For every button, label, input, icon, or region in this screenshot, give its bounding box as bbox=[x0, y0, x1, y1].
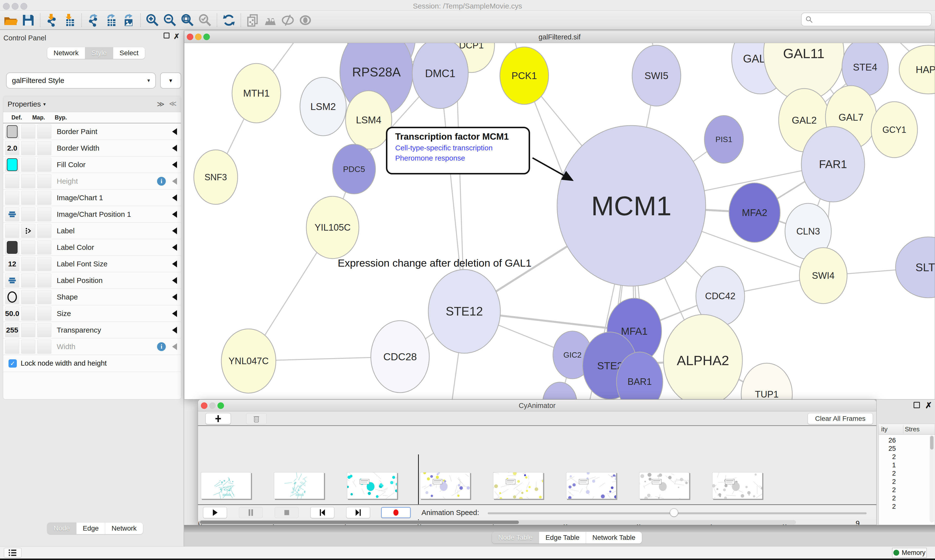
properties-header[interactable]: Properties ▾ ≫ ≫ bbox=[3, 96, 181, 112]
tab-node-table[interactable]: Node Table bbox=[492, 532, 539, 543]
clear-all-frames-button[interactable]: Clear All Frames bbox=[808, 413, 873, 424]
float-panel-icon[interactable] bbox=[913, 402, 920, 408]
tab-network-table[interactable]: Network Table bbox=[586, 532, 642, 543]
network-titlebar[interactable]: galFiltered.sif bbox=[184, 31, 935, 43]
table-cell[interactable]: 2 bbox=[879, 469, 896, 477]
collapse-all-icon[interactable]: ≫ bbox=[169, 100, 176, 108]
node-ynl047c[interactable]: YNL047C bbox=[221, 329, 276, 393]
expand-row-icon[interactable] bbox=[172, 343, 177, 350]
property-row-label[interactable]: Label bbox=[3, 223, 181, 239]
property-row-label-color[interactable]: Label Color bbox=[3, 239, 181, 256]
property-row-label-position[interactable]: Label Position bbox=[3, 272, 181, 289]
frame-thumbnail-8[interactable] bbox=[712, 472, 762, 499]
bypass-cell[interactable] bbox=[37, 340, 51, 354]
bypass-cell[interactable] bbox=[37, 306, 51, 321]
add-frame-button[interactable] bbox=[205, 413, 231, 424]
expand-row-icon[interactable] bbox=[172, 260, 177, 267]
property-row-fill-color[interactable]: Fill Color bbox=[3, 157, 181, 173]
open-folder-icon[interactable] bbox=[3, 13, 18, 28]
search-input[interactable] bbox=[813, 15, 928, 23]
default-value[interactable]: 50.0 bbox=[5, 309, 19, 318]
default-value[interactable]: 12 bbox=[8, 260, 16, 268]
import-table-icon[interactable] bbox=[62, 13, 77, 28]
style-options-button[interactable]: ▾ bbox=[160, 72, 181, 89]
default-cell[interactable] bbox=[5, 240, 19, 254]
tab-style[interactable]: Style bbox=[85, 47, 113, 59]
default-cell[interactable]: 12 bbox=[5, 257, 19, 271]
node-snf3[interactable]: SNF3 bbox=[194, 150, 238, 205]
vertical-scrollbar-thumb[interactable] bbox=[930, 436, 933, 449]
tab-node[interactable]: Node bbox=[47, 523, 76, 534]
node-cdc28[interactable]: CDC28 bbox=[371, 321, 429, 392]
mapping-cell[interactable] bbox=[21, 125, 35, 138]
mapping-icon[interactable] bbox=[25, 227, 32, 234]
default-cell[interactable] bbox=[5, 290, 19, 304]
property-row-shape[interactable]: Shape bbox=[3, 289, 181, 305]
frame-thumbnail-5[interactable] bbox=[493, 472, 543, 499]
search-box[interactable] bbox=[801, 13, 932, 26]
mapping-cell[interactable] bbox=[21, 158, 35, 172]
network-canvas[interactable]: DCP1RPS28ADMC1PCK1SWI5GAL80GAL11STE4HAP2… bbox=[184, 43, 935, 399]
zoom-fit-icon[interactable] bbox=[180, 13, 195, 28]
bypass-cell[interactable] bbox=[37, 207, 51, 222]
expand-row-icon[interactable] bbox=[172, 145, 177, 152]
float-panel-icon[interactable] bbox=[164, 32, 170, 38]
default-cell[interactable]: 255 bbox=[5, 323, 19, 337]
annotation-link[interactable]: Cell-type-specific transcription bbox=[395, 144, 529, 152]
memory-button[interactable]: Memory bbox=[892, 548, 927, 558]
expand-row-icon[interactable] bbox=[172, 244, 177, 251]
first-neighbors-icon[interactable] bbox=[263, 13, 278, 28]
expand-row-icon[interactable] bbox=[172, 161, 177, 168]
bypass-cell[interactable] bbox=[37, 290, 51, 304]
info-icon[interactable]: i bbox=[157, 342, 166, 351]
style-select[interactable]: galFiltered Style ▾ bbox=[6, 72, 156, 89]
close-panel-icon[interactable]: ✗ bbox=[174, 32, 180, 41]
mapping-cell[interactable] bbox=[21, 290, 35, 304]
default-cell[interactable] bbox=[5, 207, 19, 222]
mapping-cell[interactable] bbox=[21, 224, 35, 238]
node-tup1[interactable]: TUP1 bbox=[741, 363, 792, 399]
mapping-cell[interactable] bbox=[21, 274, 35, 288]
property-row-label-font-size[interactable]: 12Label Font Size bbox=[3, 256, 181, 272]
position-icon[interactable] bbox=[8, 211, 16, 218]
frame-thumbnail-6[interactable] bbox=[566, 472, 616, 499]
table-cell[interactable]: 2 bbox=[879, 502, 896, 511]
node-far1[interactable]: FAR1 bbox=[801, 126, 865, 202]
tab-select[interactable]: Select bbox=[113, 47, 145, 59]
table-cell[interactable]: 2 bbox=[879, 453, 896, 461]
hide-selected-icon[interactable] bbox=[280, 13, 295, 28]
delete-frame-button[interactable] bbox=[246, 413, 267, 424]
tab-edge-table[interactable]: Edge Table bbox=[539, 532, 586, 543]
default-cell[interactable] bbox=[5, 174, 19, 188]
node-gcy1[interactable]: GCY1 bbox=[871, 102, 918, 158]
mapping-cell[interactable] bbox=[21, 240, 35, 254]
frame-thumbnail-7[interactable] bbox=[639, 472, 689, 499]
clone-network-icon[interactable] bbox=[245, 13, 260, 28]
expand-row-icon[interactable] bbox=[172, 178, 177, 185]
mapping-cell[interactable] bbox=[21, 207, 35, 222]
default-cell[interactable] bbox=[5, 191, 19, 205]
tab-network[interactable]: Network bbox=[47, 47, 85, 59]
ellipse-shape-icon[interactable] bbox=[7, 291, 17, 303]
default-cell[interactable] bbox=[5, 125, 19, 138]
table-cell[interactable]: 2 bbox=[879, 486, 896, 494]
node-mfa2[interactable]: MFA2 bbox=[729, 183, 780, 242]
node-lsm2[interactable]: LSM2 bbox=[300, 77, 346, 136]
node-hap2[interactable]: HAP2 bbox=[899, 45, 935, 94]
frame-thumbnail-2[interactable] bbox=[274, 472, 324, 499]
node-ste12[interactable]: STE12 bbox=[428, 269, 500, 353]
bypass-cell[interactable] bbox=[37, 158, 51, 172]
bypass-cell[interactable] bbox=[37, 141, 51, 155]
table-cell[interactable]: 1 bbox=[879, 461, 896, 469]
node-swi4[interactable]: SWI4 bbox=[799, 248, 847, 304]
bypass-cell[interactable] bbox=[37, 274, 51, 288]
expand-row-icon[interactable] bbox=[172, 277, 177, 284]
expand-row-icon[interactable] bbox=[172, 194, 177, 201]
default-value-swatch[interactable] bbox=[7, 241, 17, 254]
column-header[interactable]: ity bbox=[881, 426, 902, 433]
mapping-cell[interactable] bbox=[21, 141, 35, 155]
mapping-cell[interactable] bbox=[21, 340, 35, 354]
property-row-size[interactable]: 50.0Size bbox=[3, 305, 181, 322]
node-pdc5[interactable]: PDC5 bbox=[333, 144, 375, 194]
bypass-cell[interactable] bbox=[37, 191, 51, 205]
